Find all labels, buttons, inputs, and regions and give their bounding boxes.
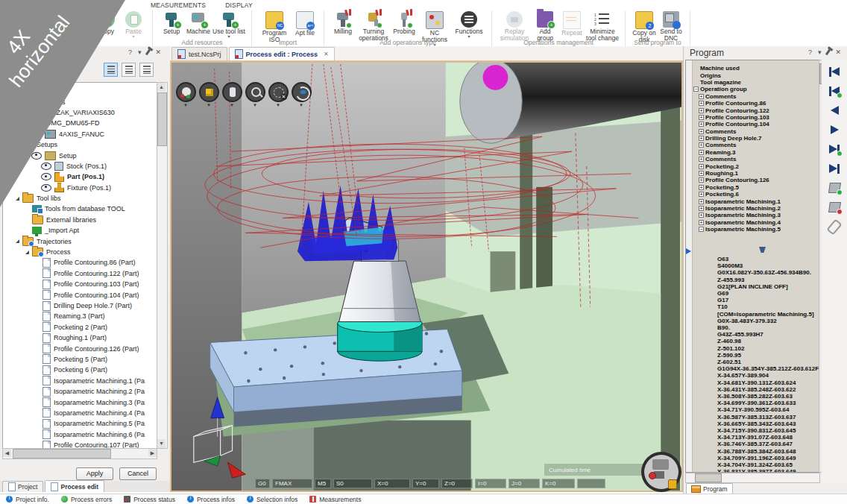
collapse-icon[interactable]: −	[699, 227, 704, 232]
view-orientation-button[interactable]	[176, 82, 196, 102]
gcode-line[interactable]: Z-501.102	[717, 345, 819, 352]
scroll-thumb[interactable]	[13, 449, 111, 459]
expander-icon[interactable]	[25, 251, 29, 254]
ribbon-button-setup[interactable]: +Setup	[159, 11, 184, 35]
close-icon[interactable]: ✕	[835, 48, 841, 56]
program-hscrollbar[interactable]	[685, 473, 820, 483]
ribbon-button-send-to-dnc[interactable]: Send to DNC	[658, 11, 684, 42]
program-node-pocketing-5[interactable]: +Pocketing.5	[693, 184, 818, 191]
expand-icon[interactable]: +	[699, 136, 704, 141]
tree-item-drilling-deep-hole-7-part[interactable]: Drilling Deep Hole.7 (Part)	[3, 300, 157, 311]
gcode-line[interactable]: G0X16.082Y-350.63Z-456.934B90.	[717, 269, 819, 276]
program-node-comments[interactable]: +Comments	[693, 142, 818, 148]
program-node-comments[interactable]: +Comments	[693, 156, 818, 163]
scroll-down-icon[interactable]: ▼	[157, 439, 166, 448]
status-item-measurements[interactable]: Measurements	[309, 496, 361, 503]
program-node-isoparametric-machining-5[interactable]: −Isoparametric Machining.5	[693, 226, 818, 233]
status-item-process-infos[interactable]: Process infos	[187, 496, 235, 503]
ribbon-button-replay-simulation[interactable]: Replay simulation	[498, 11, 531, 42]
ribbon-button-use-tool-list[interactable]: +Use tool list▾	[212, 11, 245, 39]
document-tab-process-edit-process[interactable]: Process edit : Process✕	[229, 47, 335, 60]
expand-icon[interactable]: +	[699, 150, 704, 155]
ribbon-tab-display[interactable]: DISPLAY	[221, 0, 257, 10]
close-icon[interactable]: ✕	[324, 51, 329, 57]
program-tab[interactable]: Program	[686, 483, 733, 494]
ribbon-button-turning-operations[interactable]: Turning operations	[357, 11, 390, 42]
tree-item-external-libraries[interactable]: External libraries	[3, 215, 157, 225]
tree-item-profile-contouring-126-part[interactable]: Profile Contouring.126 (Part)	[3, 343, 157, 353]
tree-item-pocketing-6-part[interactable]: Pocketing 6 (Part)	[3, 365, 157, 375]
program-node-isoparametric-machining-2[interactable]: +Isoparametric Machining.2	[693, 205, 818, 212]
expand-icon[interactable]: +	[699, 171, 704, 176]
expander-icon[interactable]	[16, 239, 19, 243]
dropdown-arrow-icon[interactable]: ▼	[299, 103, 303, 107]
gcode-line[interactable]: G69	[717, 290, 819, 297]
tree-item-trajectories[interactable]: Trajectories	[3, 236, 157, 246]
program-node-roughing-1[interactable]: +Roughing.1	[693, 170, 818, 177]
tree-item-isoparametric-machining-3-pa[interactable]: Isoparametric Machining.3 (Pa	[3, 397, 157, 407]
tree-item-import-apt[interactable]: _Import Apt	[3, 225, 157, 236]
expand-icon[interactable]: +	[699, 206, 704, 211]
gcode-line[interactable]: X-36.746Y-385.37Z-603.647	[717, 441, 819, 447]
gcode-line[interactable]: Z-455.993	[717, 277, 819, 283]
gcode-line[interactable]: X-36.665Y-385.343Z-603.643	[717, 420, 819, 427]
help-icon[interactable]: ?	[808, 48, 812, 56]
status-item-selection-infos[interactable]: Selection infos	[247, 496, 297, 503]
expand-icon[interactable]: +	[699, 157, 704, 162]
gcode-line[interactable]: B90.	[717, 324, 819, 331]
expand-icon[interactable]: +	[699, 199, 704, 204]
tree-item-profile-contouring-104-part[interactable]: Profile Contouring.104 (Part)	[3, 289, 157, 300]
expand-icon[interactable]: +	[699, 177, 704, 183]
chevron-down-icon[interactable]: ▾	[818, 48, 822, 56]
close-icon[interactable]: ✕	[155, 48, 161, 56]
apply-button[interactable]: Apply	[76, 467, 113, 480]
dropdown-arrow-icon[interactable]: ▼	[183, 103, 188, 107]
program-node-profile-contouring-122[interactable]: +Profile Contouring.122	[693, 107, 818, 113]
scroll-thumb[interactable]	[695, 473, 722, 482]
expand-icon[interactable]: +	[699, 115, 704, 120]
view-toggle-list-small[interactable]	[139, 63, 154, 77]
gcode-line[interactable]: G17	[717, 297, 819, 303]
zoom-button[interactable]	[245, 82, 265, 102]
tree-item-pocketing-5-part[interactable]: Pocketing 5 (Part)	[3, 354, 157, 365]
project-tree-vscrollbar[interactable]: ▲ ▼	[157, 82, 168, 449]
gcode-line[interactable]: G43Z-455.993H7	[717, 331, 819, 338]
program-node-reaming-3[interactable]: +Reaming.3	[693, 149, 818, 156]
expand-icon[interactable]: +	[699, 122, 704, 127]
program-node-isoparametric-machining-4[interactable]: +Isoparametric Machining.4	[693, 219, 818, 226]
tree-item-isoparametric-machining-6-pa[interactable]: Isoparametric Machining.6 (Pa	[3, 429, 157, 440]
ribbon-button-milling[interactable]: Milling	[330, 11, 356, 35]
program-node-comments[interactable]: +Comments	[693, 93, 818, 100]
skip-to-start-alt-button[interactable]	[826, 84, 843, 98]
gcode-line[interactable]: O63	[717, 256, 819, 262]
ribbon-button-minimize-tool-change[interactable]: Minimize tool change	[586, 11, 619, 42]
ribbon-button-probing[interactable]: Probing	[391, 11, 417, 35]
ribbon-button-add-group[interactable]: +Add group	[532, 11, 558, 42]
program-node-origins[interactable]: +Origins	[693, 72, 818, 78]
gcode-line[interactable]: X-34.715Y-390.831Z-603.645	[717, 427, 819, 434]
expand-icon[interactable]: +	[699, 192, 704, 197]
gcode-line[interactable]: X-34.709Y-391.196Z-603.649	[717, 455, 819, 462]
gcode-line[interactable]: T10	[717, 303, 819, 310]
tree-item-pocketing-2-part[interactable]: Pocketing 2 (Part)	[3, 322, 157, 333]
dropdown-arrow-icon[interactable]: ▼	[207, 103, 211, 107]
document-tab-test-ncsprj[interactable]: test.NcsPrj	[171, 47, 227, 60]
expand-icon[interactable]: +	[699, 129, 704, 134]
step-to-end-alt-button[interactable]	[826, 142, 843, 156]
program-node-isoparametric-machining-1[interactable]: +Isoparametric Machining.1	[693, 198, 818, 204]
stock-view-button[interactable]	[222, 82, 242, 102]
gcode-line[interactable]: [COM=Isoparametric Machining.5]	[717, 311, 819, 318]
expand-icon[interactable]: +	[699, 142, 704, 148]
tree-item-isoparametric-machining-4-pa[interactable]: Isoparametric Machining.4 (Pa	[3, 408, 157, 418]
dropdown-arrow-icon[interactable]: ▼	[253, 103, 257, 107]
tree-item-isoparametric-machining-5-pa[interactable]: Isoparametric Machining.5 (Pa	[3, 418, 157, 429]
gcode-line[interactable]: Z-460.98	[717, 338, 819, 344]
machine-status-icon[interactable]	[641, 452, 681, 492]
expand-icon[interactable]: +	[699, 185, 704, 190]
program-node-profile-contouring-104[interactable]: +Profile Contouring.104	[693, 121, 818, 127]
expand-icon[interactable]: +	[699, 212, 704, 218]
tab-project[interactable]: Project	[2, 481, 43, 492]
dropdown-arrow-icon[interactable]: ▼	[230, 103, 234, 107]
selection-clear-button[interactable]	[268, 82, 289, 102]
program-node-pocketing-2[interactable]: +Pocketing.2	[693, 163, 818, 169]
